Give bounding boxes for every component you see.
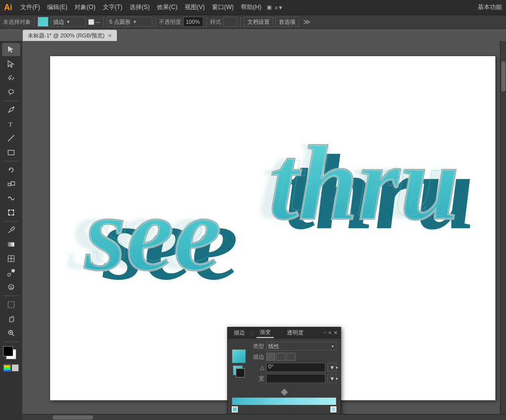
svg-rect-16 [8,209,10,211]
tool-separator-1 [4,101,19,101]
stroke-type-btn-2[interactable] [276,353,285,361]
svg-point-6 [9,90,14,94]
stroke-panel-label: 描边 [250,353,264,361]
separator4 [206,17,207,27]
svg-line-10 [8,135,14,141]
no-selection-label: 未选择对象 [3,18,31,26]
color-mode-btn[interactable] [4,364,11,371]
svg-rect-17 [13,209,14,211]
svg-text:thru: thru [276,130,447,236]
scale-tool-btn[interactable] [2,178,20,191]
tool-separator-4 [4,296,19,296]
blend-tool-btn[interactable] [2,266,20,279]
artboard-tool-btn[interactable] [2,298,20,311]
brush-dropdown[interactable]: 5 点圆形 [107,17,152,27]
menu-object[interactable]: 对象(O) [74,3,95,12]
symbol-tool-btn[interactable]: S [2,280,20,293]
gradient-midpoint-stop[interactable] [280,389,287,396]
none-color-btn[interactable] [12,364,19,371]
panel-close-btn[interactable]: ✕ [333,330,338,335]
menu-help[interactable]: 帮助(H) [241,3,262,12]
stroke-tab[interactable]: 描边 [231,327,248,338]
tab-close-btn[interactable]: ✕ [108,33,112,38]
menu-file[interactable]: 文件(F) [20,3,40,12]
stroke-controls: ⬜ — [88,19,100,25]
svg-line-4 [12,79,13,80]
stroke-btn-row: 描边 [250,353,336,361]
stroke-type-btn-3[interactable] [286,353,296,361]
angle-dropdown[interactable]: ▼ [327,363,336,372]
rect-tool-btn[interactable] [2,146,20,159]
lasso-tool-btn[interactable] [2,86,20,99]
gradient-stop-left[interactable] [232,406,238,412]
pen-tool-btn[interactable] [2,103,20,116]
stroke-width-icon: — [95,19,100,25]
transparency-tab[interactable]: 透明度 [284,327,307,338]
menu-window[interactable]: 窗口(W) [212,3,234,12]
control-bar: 未选择对象 描边 ⬜ — 5 点圆形 不透明度 100% 样式 文档设置 首选项… [0,15,506,29]
style-label: 样式 [210,18,221,26]
more-options-btn[interactable]: ≫ [303,18,311,26]
gradient-small-box[interactable] [232,364,246,379]
vertical-scrollbar[interactable] [500,41,506,414]
gradient-preview-box[interactable] [232,349,246,363]
ratio-row: 宽 ▼ [250,374,336,383]
angle-input[interactable]: 0° [266,363,325,372]
panel-body: 类型 线性 描边 [228,339,341,420]
free-transform-tool-btn[interactable] [2,206,20,219]
tab-title: 未标题-1* @ 200% (RGB/预览) [28,32,105,39]
panel-actions: − ≡ ✕ [323,330,338,335]
horizontal-scrollbar[interactable] [22,414,506,420]
mesh-tool-btn[interactable] [2,252,20,265]
v-scroll-thumb[interactable] [501,61,505,92]
selection-tool-btn[interactable] [2,43,20,56]
menu-type[interactable]: 文字(T) [103,3,122,12]
stroke-type-btn-1[interactable] [266,353,275,361]
gradient-tool-btn[interactable] [2,238,20,251]
eyedropper-tool-btn[interactable] [2,224,20,237]
app-logo: Ai [4,3,12,12]
left-toolbar: T S [0,41,22,420]
type-tool-btn[interactable]: T [2,117,20,131]
separator [34,17,34,27]
menu-select[interactable]: 选择(S) [130,3,150,12]
svg-text:T: T [9,121,13,128]
hand-tool-btn[interactable] [2,312,20,325]
line-tool-btn[interactable] [2,132,20,145]
menu-view[interactable]: 视图(V) [185,3,205,12]
menu-edit[interactable]: 编辑(E) [47,3,67,12]
ratio-input[interactable] [266,374,325,383]
panel-options-btn[interactable]: ≡ [328,330,331,335]
direct-selection-tool-btn[interactable] [2,57,20,70]
arrange-icon: ≡▼ [275,5,283,11]
menubar[interactable]: 文件(F) 编辑(E) 对象(O) 文字(T) 选择(S) 效果(C) 视图(V… [20,3,262,12]
ratio-label: 宽 [250,375,264,383]
gradient-bar[interactable] [232,397,336,405]
type-dropdown[interactable]: 线性 [266,342,336,351]
type-row: 类型 线性 描边 [232,342,336,386]
document-tab[interactable]: 未标题-1* @ 200% (RGB/预览) ✕ [23,30,117,41]
h-scroll-thumb[interactable] [53,415,93,419]
menu-effect[interactable]: 效果(C) [157,3,178,12]
svg-line-3 [9,76,10,77]
panel-collapse-btn[interactable]: − [323,330,326,335]
preferences-btn[interactable]: 首选项 [275,17,299,27]
svg-line-21 [9,231,11,233]
warp-tool-btn[interactable] [2,192,20,205]
style-box[interactable] [223,17,237,27]
doc-settings-btn[interactable]: 文档设置 [244,17,273,27]
gradient-tab[interactable]: 渐变 [257,327,274,338]
angle-label: △ [250,364,264,371]
fill-color-indicator[interactable] [3,346,13,356]
stroke-dropdown[interactable]: 描边 [51,17,86,27]
svg-rect-13 [8,183,11,186]
zoom-tool-btn[interactable] [2,326,20,340]
gradient-stop-right[interactable] [330,406,336,412]
svg-text:S: S [10,285,13,290]
rotate-tool-btn[interactable] [2,163,20,177]
fill-color-box[interactable] [37,17,49,27]
magic-wand-tool-btn[interactable] [2,71,20,85]
gradient-slider-area [232,389,336,412]
ratio-dropdown[interactable]: ▼ [327,374,336,383]
opacity-input[interactable]: 100% [183,17,203,27]
